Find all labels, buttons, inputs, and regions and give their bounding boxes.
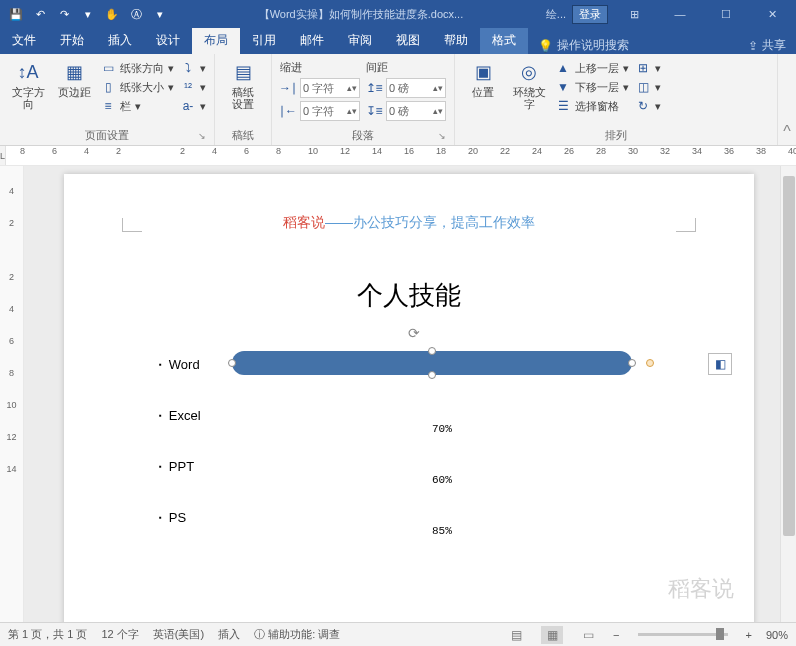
wrap-icon: ◎ bbox=[517, 60, 541, 84]
manuscript-settings-button[interactable]: ▤稿纸 设置 bbox=[223, 58, 263, 110]
tab-layout[interactable]: 布局 bbox=[192, 28, 240, 54]
line-numbers-icon: ¹² bbox=[180, 79, 196, 95]
tab-references[interactable]: 引用 bbox=[240, 28, 288, 54]
wrap-text-button[interactable]: ◎环绕文字 bbox=[509, 58, 549, 110]
tab-insert[interactable]: 插入 bbox=[96, 28, 144, 54]
touch-icon[interactable]: ✋ bbox=[104, 8, 120, 21]
layout-options-icon[interactable]: ◧ bbox=[708, 353, 732, 375]
page: 稻客说——办公技巧分享，提高工作效率 个人技能 ⟳ Word ◧ Excel70… bbox=[64, 174, 754, 622]
qat-more-icon[interactable]: ▾ bbox=[80, 8, 96, 21]
zoom-level[interactable]: 90% bbox=[766, 629, 788, 641]
send-backward-icon: ▼ bbox=[555, 79, 571, 95]
align-icon: ⊞ bbox=[635, 60, 651, 76]
qat-item-icon[interactable]: Ⓐ bbox=[128, 7, 144, 22]
space-before-icon: ↥≡ bbox=[366, 80, 382, 96]
tab-home[interactable]: 开始 bbox=[48, 28, 96, 54]
rotate-handle-icon[interactable]: ⟳ bbox=[408, 325, 780, 341]
margins-button[interactable]: ▦页边距 bbox=[54, 58, 94, 98]
ribbon-options-icon[interactable]: ⊞ bbox=[614, 0, 654, 28]
ribbon: ↕A文字方向 ▦页边距 ▭纸张方向 ▾ ▯纸张大小 ▾ ≡栏 ▾ ⤵▾ ¹²▾ … bbox=[0, 54, 796, 146]
status-language[interactable]: 英语(美国) bbox=[153, 627, 204, 642]
tab-format[interactable]: 格式 bbox=[480, 28, 528, 54]
rotate-button[interactable]: ↻▾ bbox=[635, 98, 661, 114]
scrollbar-thumb[interactable] bbox=[783, 176, 795, 536]
document-area: 422468101214 稻客说——办公技巧分享，提高工作效率 个人技能 ⟳ W… bbox=[0, 166, 796, 622]
skill-label: PS bbox=[158, 510, 696, 525]
rotate-icon: ↻ bbox=[635, 98, 651, 114]
login-button[interactable]: 登录 bbox=[572, 5, 608, 24]
status-mode[interactable]: 插入 bbox=[218, 627, 240, 642]
section-title: 个人技能 bbox=[122, 278, 696, 313]
group-button[interactable]: ◫▾ bbox=[635, 79, 661, 95]
space-before[interactable]: ↥≡0 磅▴▾ bbox=[366, 78, 446, 98]
zoom-out-icon[interactable]: − bbox=[613, 629, 619, 641]
position-button[interactable]: ▣位置 bbox=[463, 58, 503, 98]
columns-icon: ≡ bbox=[100, 98, 116, 114]
status-page[interactable]: 第 1 页，共 1 页 bbox=[8, 627, 87, 642]
header-corner-icon bbox=[122, 218, 142, 232]
selection-handle[interactable] bbox=[228, 359, 236, 367]
zoom-thumb[interactable] bbox=[716, 628, 724, 640]
a11y-icon: ⓘ bbox=[254, 628, 265, 640]
hyphenation-button[interactable]: a‑▾ bbox=[180, 98, 206, 114]
view-web-icon[interactable]: ▭ bbox=[577, 626, 599, 644]
columns-button[interactable]: ≡栏 ▾ bbox=[100, 98, 174, 114]
text-direction-button[interactable]: ↕A文字方向 bbox=[8, 58, 48, 110]
view-read-icon[interactable]: ▤ bbox=[505, 626, 527, 644]
watermark: 稻客说 bbox=[668, 574, 734, 604]
save-icon[interactable]: 💾 bbox=[8, 8, 24, 21]
maximize-icon[interactable]: ☐ bbox=[706, 0, 746, 28]
page-viewport[interactable]: 稻客说——办公技巧分享，提高工作效率 个人技能 ⟳ Word ◧ Excel70… bbox=[24, 166, 780, 622]
status-bar: 第 1 页，共 1 页 12 个字 英语(美国) 插入 ⓘ 辅助功能: 调查 ▤… bbox=[0, 622, 796, 646]
send-backward-button[interactable]: ▼下移一层 ▾ bbox=[555, 79, 629, 95]
group-label: 稿纸 bbox=[223, 126, 263, 143]
selection-handle[interactable] bbox=[628, 359, 636, 367]
breaks-icon: ⤵ bbox=[180, 60, 196, 76]
window-title: 【Word实操】如何制作技能进度条.docx... bbox=[176, 7, 546, 22]
redo-icon[interactable]: ↷ bbox=[56, 8, 72, 21]
close-icon[interactable]: ✕ bbox=[752, 0, 792, 28]
line-numbers-button[interactable]: ¹²▾ bbox=[180, 79, 206, 95]
indent-right[interactable]: ∣←0 字符▴▾ bbox=[280, 101, 360, 121]
skill-percent: 70% bbox=[432, 423, 452, 435]
tab-file[interactable]: 文件 bbox=[0, 28, 48, 54]
zoom-slider[interactable] bbox=[638, 633, 728, 636]
indent-header: 缩进 bbox=[280, 60, 360, 75]
minimize-icon[interactable]: — bbox=[660, 0, 700, 28]
tell-me[interactable]: 💡操作说明搜索 bbox=[528, 37, 639, 54]
status-words[interactable]: 12 个字 bbox=[101, 627, 138, 642]
group-label: 段落 bbox=[352, 129, 374, 141]
dialog-launcher-icon[interactable]: ↘ bbox=[438, 131, 446, 141]
vertical-scrollbar[interactable] bbox=[780, 166, 796, 622]
size-button[interactable]: ▯纸张大小 ▾ bbox=[100, 79, 174, 95]
undo-icon[interactable]: ↶ bbox=[32, 8, 48, 21]
tab-mailings[interactable]: 邮件 bbox=[288, 28, 336, 54]
bulb-icon: 💡 bbox=[538, 39, 553, 53]
align-button[interactable]: ⊞▾ bbox=[635, 60, 661, 76]
tab-view[interactable]: 视图 bbox=[384, 28, 432, 54]
indent-left[interactable]: →∣0 字符▴▾ bbox=[280, 78, 360, 98]
tab-review[interactable]: 审阅 bbox=[336, 28, 384, 54]
space-after[interactable]: ↧≡0 磅▴▾ bbox=[366, 101, 446, 121]
selection-handle[interactable] bbox=[428, 371, 436, 379]
group-arrange: ▣位置 ◎环绕文字 ▲上移一层 ▾ ▼下移一层 ▾ ☰选择窗格 ⊞▾ ◫▾ ↻▾… bbox=[455, 54, 778, 145]
selection-pane-button[interactable]: ☰选择窗格 bbox=[555, 98, 629, 114]
horizontal-ruler[interactable]: 8642246810121416182022242628303234363840… bbox=[6, 146, 796, 165]
zoom-in-icon[interactable]: + bbox=[746, 629, 752, 641]
selection-handle[interactable] bbox=[428, 347, 436, 355]
skill-label: PPT bbox=[158, 459, 696, 474]
tab-design[interactable]: 设计 bbox=[144, 28, 192, 54]
qat-dropdown-icon[interactable]: ▾ bbox=[152, 8, 168, 21]
view-print-icon[interactable]: ▦ bbox=[541, 626, 563, 644]
vertical-ruler[interactable]: 422468101214 bbox=[0, 166, 24, 622]
status-accessibility[interactable]: ⓘ 辅助功能: 调查 bbox=[254, 627, 340, 642]
collapse-ribbon-icon[interactable]: ^ bbox=[778, 54, 796, 145]
title-bar: 💾 ↶ ↷ ▾ ✋ Ⓐ ▾ 【Word实操】如何制作技能进度条.docx... … bbox=[0, 0, 796, 28]
dialog-launcher-icon[interactable]: ↘ bbox=[198, 131, 206, 141]
share-button[interactable]: ⇪共享 bbox=[738, 37, 796, 54]
bring-forward-button[interactable]: ▲上移一层 ▾ bbox=[555, 60, 629, 76]
selection-handle[interactable] bbox=[646, 359, 654, 367]
tab-help[interactable]: 帮助 bbox=[432, 28, 480, 54]
breaks-button[interactable]: ⤵▾ bbox=[180, 60, 206, 76]
orientation-button[interactable]: ▭纸张方向 ▾ bbox=[100, 60, 174, 76]
